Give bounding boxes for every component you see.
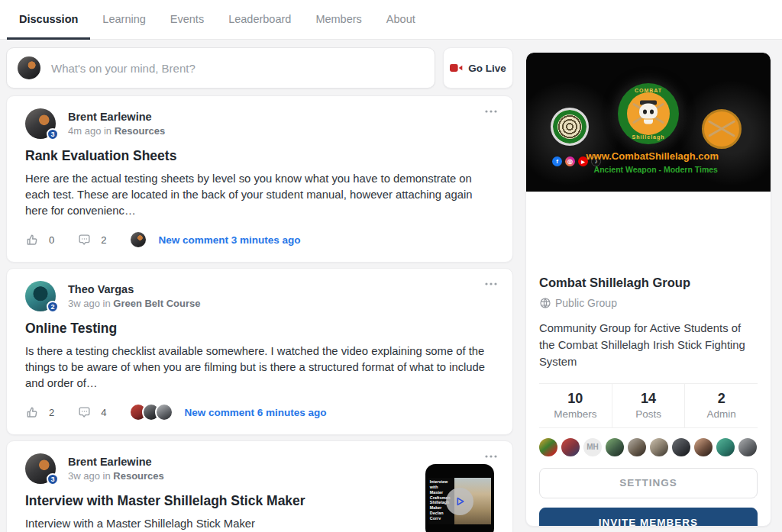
invite-members-button[interactable]: INVITE MEMBERS (539, 508, 758, 527)
stat-value: 2 (685, 391, 758, 407)
post-card: 3 Brent Earlewine 3w ago in Resources In… (6, 440, 513, 532)
member-avatar[interactable] (650, 438, 668, 456)
more-options-icon[interactable] (485, 455, 497, 458)
stat-members[interactable]: 10 Members (539, 384, 612, 427)
member-avatar[interactable] (694, 438, 713, 456)
post-body: Is there a testing checklist available s… (25, 343, 494, 392)
stat-value: 10 (539, 391, 612, 407)
skull-icon (639, 103, 658, 123)
level-badge: 2 (47, 301, 59, 313)
tab-members[interactable]: Members (303, 0, 373, 40)
member-avatar[interactable] (606, 438, 624, 456)
stat-value: 14 (612, 391, 685, 407)
stat-label: Members (539, 408, 612, 420)
post-meta: 3w ago in Green Belt Course (68, 298, 200, 309)
post-card: 2 Theo Vargas 3w ago in Green Belt Cours… (6, 268, 513, 435)
member-avatar[interactable] (738, 438, 757, 456)
level-badge: 3 (47, 128, 59, 140)
group-description: Community Group for Active Students of t… (539, 320, 758, 371)
banner-tagline-text: Ancient Weapon - Modern Times (594, 165, 718, 174)
new-comment-link[interactable]: New comment 3 minutes ago (158, 234, 300, 246)
comment-count: 2 (101, 234, 106, 246)
post-time: 3w ago in (68, 298, 111, 309)
member-avatar[interactable]: MH (583, 438, 602, 456)
post-title[interactable]: Rank Evaluation Sheets (25, 148, 494, 164)
like-count: 0 (49, 234, 54, 246)
tab-label: About (386, 13, 415, 25)
thumbs-up-icon (25, 233, 40, 247)
member-avatar[interactable] (561, 438, 580, 456)
author-name[interactable]: Theo Vargas (68, 283, 200, 295)
tab-bar: Discussion Learning Events Leaderboard M… (0, 0, 782, 40)
group-name: Combat Shillelagh Group (539, 276, 758, 290)
post-composer-input[interactable]: What's on your mind, Brent? (6, 47, 435, 89)
commenter-avatar[interactable] (129, 231, 147, 249)
stat-admin[interactable]: 2 Admin (684, 384, 758, 427)
tab-about[interactable]: About (374, 0, 428, 40)
tab-learning[interactable]: Learning (90, 0, 157, 40)
group-sidebar: COMBAT Shillelagh f ◎ ▶ ♪ www.CombatShil… (525, 52, 771, 527)
commenter-avatar[interactable] (155, 403, 173, 421)
tab-label: Events (170, 13, 204, 25)
space-link[interactable]: Green Belt Course (113, 298, 200, 309)
composer-placeholder: What's on your mind, Brent? (51, 62, 196, 75)
group-logo-left (551, 108, 589, 146)
settings-button[interactable]: SETTINGS (539, 468, 758, 498)
stat-posts[interactable]: 14 Posts (612, 384, 685, 427)
video-thumbnail[interactable]: Interview with Master Craftsman Shillela… (425, 464, 494, 532)
play-icon[interactable] (446, 488, 473, 515)
author-avatar[interactable]: 2 (25, 281, 56, 311)
post-meta: 4m ago in Resources (68, 125, 165, 137)
post-time: 4m ago in (68, 125, 111, 137)
author-avatar[interactable]: 3 (25, 453, 56, 484)
comment-count: 4 (101, 407, 106, 418)
tab-discussion[interactable]: Discussion (7, 0, 90, 40)
tab-label: Leaderboard (228, 13, 291, 25)
post-title[interactable]: Interview with Master Shillelagh Stick M… (25, 493, 412, 509)
globe-icon (539, 297, 551, 309)
current-user-avatar (18, 56, 40, 79)
member-avatars-row: MH (539, 438, 758, 456)
like-count: 2 (49, 407, 54, 418)
member-avatar[interactable] (672, 438, 690, 456)
tab-label: Learning (102, 13, 145, 25)
tab-label: Discussion (19, 13, 78, 25)
stat-label: Admin (685, 408, 758, 420)
thumbs-up-icon (25, 405, 40, 420)
post-body: Here are the actual testing sheets by le… (25, 171, 494, 219)
member-avatar[interactable] (539, 438, 557, 456)
author-name[interactable]: Brent Earlewine (68, 456, 164, 468)
space-link[interactable]: Resources (115, 125, 165, 137)
author-avatar[interactable]: 3 (25, 108, 56, 139)
group-logo-center: COMBAT Shillelagh (618, 83, 679, 144)
discussion-feed: What's on your mind, Brent? Go Live 3 Br… (6, 47, 513, 532)
post-title[interactable]: Online Testing (25, 321, 494, 337)
more-options-icon[interactable] (485, 110, 497, 113)
instagram-icon: ◎ (565, 156, 575, 166)
stat-label: Posts (612, 408, 685, 420)
member-avatar[interactable] (716, 438, 735, 456)
tab-label: Members (315, 13, 361, 25)
new-comment-link[interactable]: New comment 6 minutes ago (184, 407, 326, 418)
tab-events[interactable]: Events (158, 0, 216, 40)
comment-icon (77, 405, 92, 420)
group-banner-image: COMBAT Shillelagh f ◎ ▶ ♪ www.CombatShil… (526, 53, 771, 192)
comment-button[interactable]: 4 (77, 405, 106, 420)
go-live-label: Go Live (468, 63, 506, 74)
author-name[interactable]: Brent Earlewine (68, 111, 165, 123)
post-card: 3 Brent Earlewine 4m ago in Resources Ra… (6, 95, 513, 263)
post-meta: 3w ago in Resources (68, 470, 164, 482)
tab-leaderboard[interactable]: Leaderboard (216, 0, 303, 40)
like-button[interactable]: 0 (25, 233, 54, 247)
post-time: 3w ago in (68, 470, 111, 482)
group-logo-right (702, 109, 742, 149)
more-options-icon[interactable] (485, 282, 497, 285)
like-button[interactable]: 2 (25, 405, 54, 420)
space-link[interactable]: Resources (113, 470, 163, 482)
go-live-button[interactable]: Go Live (443, 47, 513, 89)
member-avatar[interactable] (628, 438, 646, 456)
group-stats: 10 Members 14 Posts 2 Admin (539, 383, 758, 428)
comment-button[interactable]: 2 (77, 233, 106, 247)
group-privacy: Public Group (555, 297, 617, 309)
facebook-icon: f (552, 156, 562, 166)
